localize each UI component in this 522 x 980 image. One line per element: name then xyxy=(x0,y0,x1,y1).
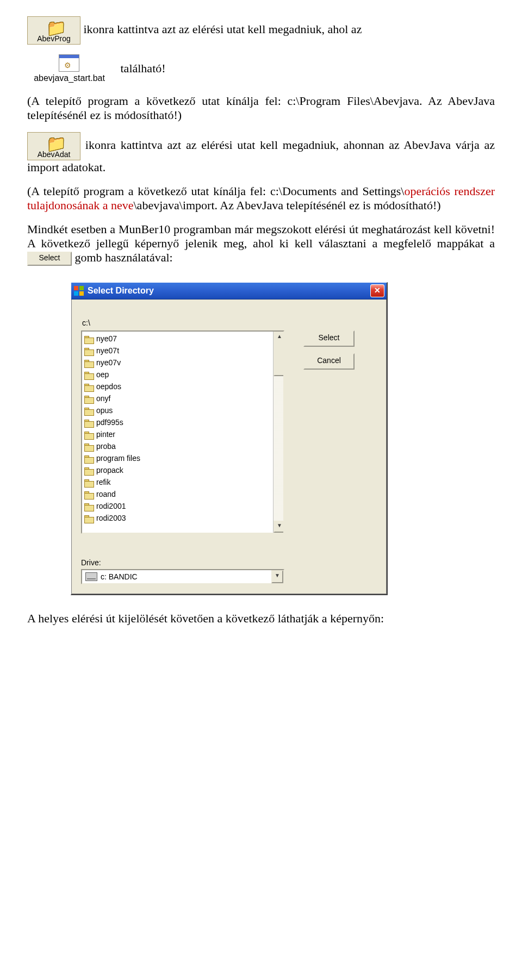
list-item[interactable]: roand xyxy=(83,488,282,500)
paragraph-4: 📁 AbevAdat ikonra kattintva azt az eléré… xyxy=(27,132,495,174)
folder-name: oep xyxy=(96,370,109,379)
folder-icon xyxy=(84,490,94,498)
footer-paragraph: A helyes elérési út kijelölését követően… xyxy=(27,611,495,626)
paragraph-5: (A telepítő program a következő utat kín… xyxy=(27,184,495,213)
list-item[interactable]: proba xyxy=(83,440,282,452)
list-item[interactable]: nye07v xyxy=(83,357,282,369)
chevron-down-icon[interactable]: ▼ xyxy=(271,570,283,583)
list-item[interactable]: rodi2003 xyxy=(83,512,282,524)
gear-icon: ⚙ xyxy=(64,61,71,70)
folder-name: rodi2003 xyxy=(96,514,126,522)
current-path-label: c:\ xyxy=(82,319,377,327)
list-item[interactable]: oepdos xyxy=(83,380,282,392)
text-3: ikonra kattintva azt az elérési utat kel… xyxy=(27,138,495,174)
folder-icon xyxy=(84,335,94,342)
list-item[interactable]: onyf xyxy=(83,392,282,404)
bat-label: abevjava_start.bat xyxy=(27,73,111,83)
folder-name: program files xyxy=(96,454,140,463)
folder-name: onyf xyxy=(96,394,110,403)
select-button-inline[interactable]: Select xyxy=(27,252,72,266)
folder-name: refik xyxy=(96,478,110,486)
scroll-down-icon[interactable]: ▼ xyxy=(274,521,284,533)
folder-icon xyxy=(84,442,94,450)
drive-value: c: BANDIC xyxy=(101,572,271,581)
folder-name: pdf995s xyxy=(96,418,123,427)
windows-logo-icon xyxy=(73,285,84,296)
dialog-title: Select Directory xyxy=(88,286,154,296)
folder-name: roand xyxy=(96,490,116,498)
folder-name: pinter xyxy=(96,430,115,439)
folder-name: oepdos xyxy=(96,382,121,391)
scroll-thumb[interactable] xyxy=(274,341,284,376)
folder-icon xyxy=(84,395,94,402)
folder-icon xyxy=(84,419,94,426)
paragraph-6: Mindkét esetben a MunBer10 programban má… xyxy=(27,222,495,266)
dialog-body: c:\ nye07nye07tnye07voepoepdosonyfopuspd… xyxy=(71,299,387,594)
paragraph-2: ⚙ abevjava_start.bat található! xyxy=(27,54,495,84)
list-item[interactable]: refik xyxy=(83,476,282,488)
folder-name: nye07 xyxy=(96,334,117,343)
dialog-screenshot: Select Directory ✕ c:\ nye07nye07tnye07v… xyxy=(71,282,495,595)
para4-pre: (A telepítő program a következő utat kín… xyxy=(27,184,404,198)
paragraph-1: 📁 AbevProg ikonra kattintva azt az eléré… xyxy=(27,16,495,45)
text-1: ikonra kattintva azt az elérési utat kel… xyxy=(84,22,362,36)
folder-icon xyxy=(84,478,94,486)
folder-icon xyxy=(84,371,94,378)
abevadat-label: AbevAdat xyxy=(28,150,80,159)
folder-name: proba xyxy=(96,442,116,451)
list-item[interactable]: program files xyxy=(83,452,282,464)
paragraph-3: (A telepítő program a következő utat kín… xyxy=(27,94,495,122)
list-item[interactable]: nye07 xyxy=(83,333,282,345)
drive-icon xyxy=(85,572,97,581)
para5b: gomb használatával: xyxy=(75,251,173,264)
list-item[interactable]: nye07t xyxy=(83,345,282,357)
abevprog-folder-icon[interactable]: 📁 AbevProg xyxy=(27,16,80,45)
folder-icon xyxy=(84,502,94,510)
folder-icon xyxy=(84,359,94,366)
folder-icon xyxy=(84,407,94,414)
folder-icon xyxy=(84,347,94,354)
folder-icon xyxy=(84,430,94,438)
drive-label: Drive: xyxy=(81,558,377,567)
list-item[interactable]: opus xyxy=(83,404,282,416)
folder-icon xyxy=(84,466,94,474)
drive-combobox[interactable]: c: BANDIC ▼ xyxy=(81,569,284,584)
folder-icon xyxy=(84,514,94,522)
folder-name: nye07v xyxy=(96,358,121,367)
folder-name: nye07t xyxy=(96,346,119,355)
para5a: Mindkét esetben a MunBer10 programban má… xyxy=(27,222,495,250)
folder-icon xyxy=(84,454,94,462)
close-icon[interactable]: ✕ xyxy=(370,284,384,297)
abevjava-start-bat-icon[interactable]: ⚙ abevjava_start.bat xyxy=(27,54,111,84)
cancel-button[interactable]: Cancel xyxy=(303,353,355,370)
abevprog-label: AbevProg xyxy=(28,34,80,43)
scrollbar[interactable]: ▲ ▼ xyxy=(273,332,283,533)
folder-listbox[interactable]: nye07nye07tnye07voepoepdosonyfopuspdf995… xyxy=(81,330,284,534)
list-item[interactable]: propack xyxy=(83,464,282,476)
select-directory-dialog: Select Directory ✕ c:\ nye07nye07tnye07v… xyxy=(71,282,388,595)
list-item[interactable]: rodi2001 xyxy=(83,500,282,512)
list-item[interactable]: pdf995s xyxy=(83,416,282,428)
folder-name: rodi2001 xyxy=(96,502,126,510)
para4-post: \abevjava\import. Az AbevJava telepítésé… xyxy=(134,198,441,212)
dialog-titlebar[interactable]: Select Directory ✕ xyxy=(71,283,387,299)
folder-name: propack xyxy=(96,466,123,475)
folder-icon xyxy=(84,383,94,390)
list-item[interactable]: pinter xyxy=(83,428,282,440)
text-2: található! xyxy=(121,61,166,75)
abevadat-folder-icon[interactable]: 📁 AbevAdat xyxy=(27,132,80,160)
folder-name: opus xyxy=(96,406,113,415)
select-button[interactable]: Select xyxy=(303,330,355,347)
list-item[interactable]: oep xyxy=(83,369,282,380)
